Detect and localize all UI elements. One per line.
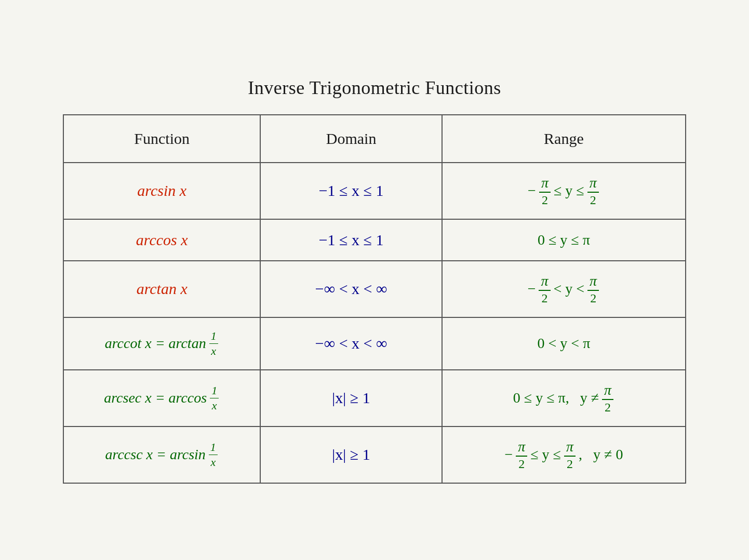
- table-row: arccos x −1 ≤ x ≤ 1 0 ≤ y ≤ π: [63, 219, 686, 261]
- table-row: arccsc x = arcsin 1 x |x| ≥ 1: [63, 426, 686, 483]
- cell-arcsec-domain: |x| ≥ 1: [260, 370, 442, 426]
- page-title: Inverse Trigonometric Functions: [248, 77, 501, 99]
- cell-arccos-domain: −1 ≤ x ≤ 1: [260, 219, 442, 261]
- cell-arccot-range: 0 < y < π: [442, 317, 686, 370]
- cell-arcsec-function: arcsec x = arccos 1 x: [63, 370, 260, 426]
- table-row: arcsin x −1 ≤ x ≤ 1 − π 2 ≤ y ≤: [63, 163, 686, 219]
- cell-arccsc-range: − π 2 ≤ y ≤ π 2 , y ≠ 0: [442, 426, 686, 483]
- cell-arcsin-function: arcsin x: [63, 163, 260, 219]
- cell-arccsc-domain: |x| ≥ 1: [260, 426, 442, 483]
- table-header-row: Function Domain Range: [63, 115, 686, 163]
- header-function: Function: [63, 115, 260, 163]
- header-range: Range: [442, 115, 686, 163]
- cell-arctan-range: − π 2 < y < π 2: [442, 261, 686, 317]
- cell-arcsec-range: 0 ≤ y ≤ π, y ≠ π 2: [442, 370, 686, 426]
- cell-arccot-function: arccot x = arctan 1 x: [63, 317, 260, 370]
- header-domain: Domain: [260, 115, 442, 163]
- cell-arcsin-range: − π 2 ≤ y ≤ π 2: [442, 163, 686, 219]
- cell-arccot-domain: −∞ < x < ∞: [260, 317, 442, 370]
- cell-arccsc-function: arccsc x = arcsin 1 x: [63, 426, 260, 483]
- table-row: arcsec x = arccos 1 x |x| ≥ 1: [63, 370, 686, 426]
- table-row: arctan x −∞ < x < ∞ − π 2 < y <: [63, 261, 686, 317]
- cell-arccos-function: arccos x: [63, 219, 260, 261]
- cell-arcsin-domain: −1 ≤ x ≤ 1: [260, 163, 442, 219]
- cell-arctan-domain: −∞ < x < ∞: [260, 261, 442, 317]
- trig-table: Function Domain Range arcsin x −1 ≤ x ≤ …: [63, 114, 686, 484]
- table-row: arccot x = arctan 1 x −∞ < x < ∞ 0 < y <…: [63, 317, 686, 370]
- cell-arctan-function: arctan x: [63, 261, 260, 317]
- page-container: Inverse Trigonometric Functions Function…: [0, 0, 749, 560]
- cell-arccos-range: 0 ≤ y ≤ π: [442, 219, 686, 261]
